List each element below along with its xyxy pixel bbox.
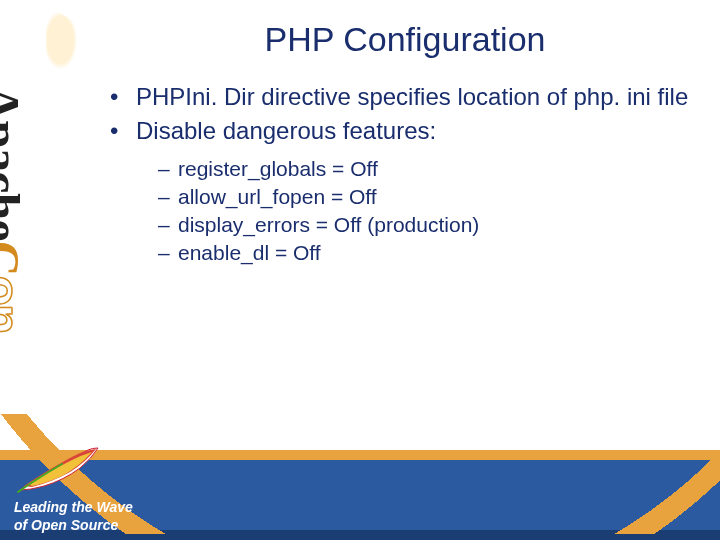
sub-bullet-item: – display_errors = Off (production) (158, 213, 710, 237)
brand-con-on: on (0, 276, 30, 333)
logo-swoosh (46, 10, 82, 70)
apachecon-text: ApacheCon (0, 85, 31, 332)
sub-bullet-text: display_errors = Off (production) (178, 213, 479, 237)
feather-icon (14, 446, 104, 494)
tagline-line-2: of Open Source (14, 517, 133, 535)
sub-bullet-list: – register_globals = Off – allow_url_fop… (110, 157, 710, 265)
sub-bullet-item: – enable_dl = Off (158, 241, 710, 265)
sub-bullet-text: allow_url_fopen = Off (178, 185, 377, 209)
bullet-text: Disable dangerous features: (136, 117, 436, 145)
bullet-list: • PHPIni. Dir directive specifies locati… (100, 83, 710, 265)
bullet-marker: • (110, 83, 136, 111)
dash-marker: – (158, 185, 178, 209)
tagline-line-1: Leading the Wave (14, 499, 133, 517)
slide-title: PHP Configuration (100, 20, 710, 59)
slide-content: PHP Configuration • PHPIni. Dir directiv… (100, 20, 710, 269)
bullet-item: • PHPIni. Dir directive specifies locati… (110, 83, 710, 111)
bullet-marker: • (110, 117, 136, 145)
banner-stripe-orange (0, 450, 720, 460)
brand-apache: Apache (0, 85, 30, 240)
bullet-text: PHPIni. Dir directive specifies location… (136, 83, 688, 111)
sub-bullet-text: register_globals = Off (178, 157, 378, 181)
bullet-item: • Disable dangerous features: (110, 117, 710, 145)
sub-bullet-item: – register_globals = Off (158, 157, 710, 181)
apachecon-logo: ApacheCon (4, 10, 92, 440)
brand-con-c: C (0, 240, 30, 275)
tagline: Leading the Wave of Open Source (14, 499, 133, 534)
footer-banner: Leading the Wave of Open Source (0, 450, 720, 540)
sub-bullet-item: – allow_url_fopen = Off (158, 185, 710, 209)
dash-marker: – (158, 213, 178, 237)
dash-marker: – (158, 241, 178, 265)
sub-bullet-text: enable_dl = Off (178, 241, 321, 265)
dash-marker: – (158, 157, 178, 181)
